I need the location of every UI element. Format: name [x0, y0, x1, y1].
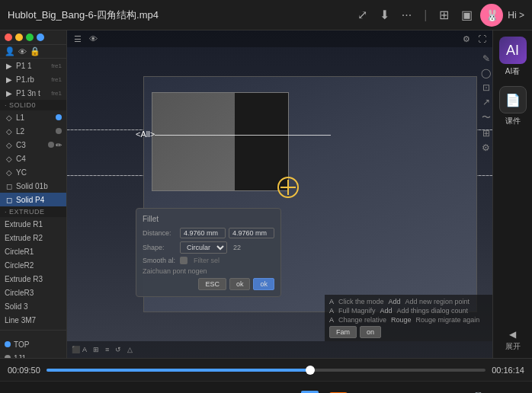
fillet-smooth-check[interactable] — [180, 257, 187, 264]
layer-line3m7[interactable]: Line 3M7 — [0, 313, 66, 327]
course-icon: 📄 — [499, 86, 527, 113]
layer-circler3[interactable]: CircleR3 — [0, 286, 66, 299]
fillet-hint: Zaichuan pont nogen — [143, 267, 274, 275]
layer-solid-p4[interactable]: ◻ Solid P4 — [0, 193, 66, 206]
layer-l1[interactable]: ◇ L1 — [0, 110, 66, 124]
fullscreen-btn[interactable]: ⛶ — [492, 382, 520, 393]
square-icon[interactable]: ⊡ — [482, 82, 490, 93]
layer-top[interactable]: TOP — [0, 337, 66, 351]
layer-p13nt-icon: ▶ — [5, 88, 14, 97]
avatar[interactable]: 🐰 — [480, 4, 503, 27]
viewport-btn-1[interactable]: ⬛A — [72, 346, 87, 353]
find-btn[interactable]: 查找 — [255, 382, 288, 393]
layer-p1-icon: ▶ — [5, 61, 14, 70]
layer-l2[interactable]: ◇ L2 — [0, 124, 66, 138]
layer-l2-toggle[interactable] — [56, 128, 62, 134]
fillet-esc-btn[interactable]: ESC — [198, 278, 226, 290]
speed-btn[interactable]: 倍速 — [154, 382, 187, 393]
pencil-icon[interactable]: ✎ — [482, 53, 490, 64]
prev-button[interactable]: ⏮ — [40, 382, 69, 393]
layout1-icon[interactable]: ⊞ — [439, 8, 449, 22]
fillet-distance-row: Distance: — [143, 228, 274, 238]
layer-yc[interactable]: ◇ YC — [0, 165, 66, 179]
layer-p1[interactable]: ▶ P1 1 fre1 — [0, 59, 66, 72]
layer-p1rb-icon: ▶ — [5, 75, 14, 84]
viewport-btn-3[interactable]: ≡ — [105, 346, 109, 353]
all-tag: <All>————————————————————— — [136, 129, 331, 139]
screen-btn[interactable]: ⊡ — [437, 382, 462, 393]
swip-btn[interactable]: 5WP 选集 — [288, 389, 322, 393]
viewport-btn-5[interactable]: △ — [127, 346, 133, 353]
layer-circler2[interactable]: CircleR2 — [0, 258, 66, 272]
progress-track[interactable] — [46, 369, 486, 372]
layer-l1-toggle[interactable] — [56, 114, 62, 120]
crosshair-circle — [277, 177, 299, 198]
hint-fam-btn[interactable]: Fam — [329, 326, 357, 338]
play-button[interactable]: ▶ — [12, 382, 40, 393]
fillet-ok-btn[interactable]: ok — [253, 278, 274, 290]
layer-c4[interactable]: ◇ C4 — [0, 152, 66, 165]
download-icon[interactable]: ⬇ — [380, 8, 389, 22]
ai-btn[interactable]: AI AI看 — [499, 37, 527, 77]
layer-p1rb[interactable]: ▶ P1.rb fre1 — [0, 72, 66, 86]
layer-solid3[interactable]: Solid 3 — [0, 299, 66, 313]
viewport-expand-icon[interactable]: ⛶ — [476, 33, 488, 45]
list-btn[interactable]: ☰ — [411, 382, 437, 393]
time-total: 00:16:14 — [492, 366, 524, 375]
grid-icon[interactable]: ⊞ — [482, 128, 490, 139]
extrude-section: · Extrude — [0, 206, 66, 217]
layer-extruder2[interactable]: Extrude R2 — [0, 231, 66, 244]
subtitle-btn[interactable]: 字幕 — [221, 382, 255, 393]
fillet-smooth-row: Smooth al: Filter sel — [143, 257, 274, 264]
progress-thumb[interactable] — [306, 366, 315, 375]
person-icon[interactable]: 👤 — [5, 46, 15, 56]
lock-icon[interactable]: 🔒 — [30, 46, 40, 56]
course-btn[interactable]: 📄 课件 — [499, 86, 527, 126]
layer-solid01b[interactable]: ◻ Solid 01b — [0, 179, 66, 193]
fillet-shape-label: Shape: — [143, 244, 177, 251]
viewport-btn-4[interactable]: ↺ — [115, 346, 121, 353]
video-viewport[interactable]: ☰ 👁 ⚙ ⛶ <All>————————————————————— — [67, 30, 492, 358]
hint-row-1: A Click the mode Add Add new region poin… — [329, 298, 488, 305]
layer-extruder3[interactable]: Extrude R3 — [0, 272, 66, 286]
fillet-smooth-label: Smooth al: — [143, 257, 177, 264]
volume-btn[interactable]: 🔊 — [462, 382, 492, 393]
next-button[interactable]: ⏭ — [69, 382, 98, 393]
quality-btn[interactable]: 超清 — [187, 382, 221, 393]
circle-icon[interactable]: ◯ — [481, 68, 491, 78]
curve-icon[interactable]: 〜 — [482, 111, 491, 124]
left-panel: 👤 👁 🔒 ▶ P1 1 fre1 ▶ P1.rb fre1 ▶ P1 3n t… — [0, 30, 67, 358]
viewport-btn-2[interactable]: ⊞ — [93, 346, 99, 353]
arrow-icon[interactable]: ↗ — [482, 97, 490, 107]
fillet-distance-input[interactable] — [180, 228, 226, 238]
layer-1j1[interactable]: 1J1 — [0, 351, 66, 358]
swip-wrap: 5WP 选集 — [288, 389, 322, 393]
viewport-eye-icon[interactable]: 👁 — [87, 33, 99, 45]
layer-circler1[interactable]: CircleR1 — [0, 244, 66, 258]
layout2-icon[interactable]: ▣ — [461, 8, 473, 22]
main-area: 👤 👁 🔒 ▶ P1 1 fre1 ▶ P1.rb fre1 ▶ P1 3n t… — [0, 30, 532, 358]
layer-extruder1[interactable]: Extrude R1 — [0, 217, 66, 231]
fillet-cancel-btn[interactable]: ok — [229, 278, 251, 290]
expand-arrow-icon: ◀ — [509, 329, 516, 340]
layer-p13nt[interactable]: ▶ P1 3n t fre1 — [0, 86, 66, 100]
viewport-menu-icon[interactable]: ☰ — [72, 33, 84, 45]
c3-edit-icon[interactable]: ✏ — [56, 141, 62, 149]
progress-area: 00:09:50 00:16:14 — [0, 358, 532, 381]
dot-green — [26, 34, 34, 41]
section-header: · Solid0 — [0, 100, 66, 110]
dot-red — [5, 34, 12, 41]
dot-yellow — [15, 34, 23, 41]
hi-text[interactable]: Hi > — [508, 10, 524, 21]
fillet-shape-select[interactable]: Circular — [180, 241, 227, 254]
fillet-distance2-input[interactable] — [229, 228, 274, 238]
gear-small-icon[interactable]: ⚙ — [482, 142, 490, 153]
share-icon[interactable]: ⤢ — [357, 8, 367, 22]
eye-icon[interactable]: 👁 — [18, 47, 27, 56]
at-btn[interactable]: At — [322, 382, 354, 393]
expand-btn[interactable]: ◀ 展开 — [505, 329, 521, 352]
more-icon[interactable]: ··· — [402, 8, 412, 22]
viewport-settings-icon[interactable]: ⚙ — [460, 33, 473, 45]
hint-on-btn[interactable]: on — [360, 326, 381, 338]
layer-c3[interactable]: ◇ C3 ✏ — [0, 138, 66, 152]
